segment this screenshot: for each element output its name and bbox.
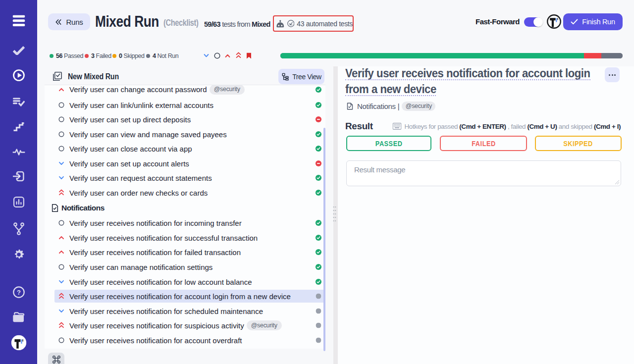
svg-text:?: ? <box>17 289 21 296</box>
